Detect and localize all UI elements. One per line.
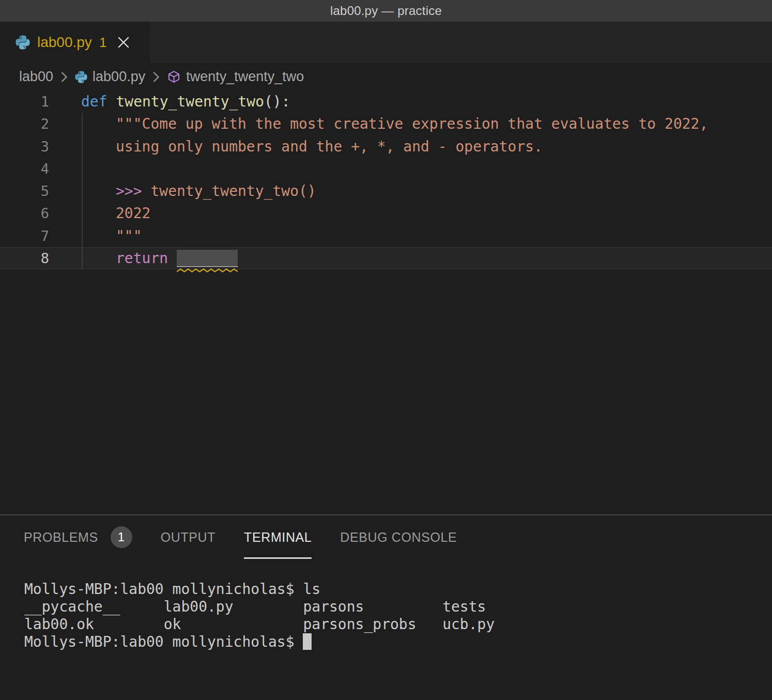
breadcrumb-symbol[interactable]: twenty_twenty_two [186, 69, 304, 85]
panel-tab-bar: PROBLEMS 1 OUTPUT TERMINAL DEBUG CONSOLE [0, 515, 772, 559]
code-text[interactable]: using only numbers and the +, *, and - o… [81, 135, 772, 158]
token-docstring: 2022 [116, 205, 150, 222]
token-function-name: twenty_twenty_two [116, 93, 264, 110]
code-line-5[interactable]: 5 >>> twenty_twenty_two() [0, 180, 772, 202]
line-number: 4 [0, 158, 49, 180]
python-icon [75, 71, 87, 83]
chevron-right-icon [60, 71, 68, 83]
token-docstring: using only numbers and the +, *, and - o… [116, 138, 543, 155]
line-number: 8 [0, 247, 49, 269]
terminal-line: __pycache__ lab00.py parsons tests [24, 598, 772, 616]
vscode-window: lab00.py — practice lab00.py 1 lab00 [0, 0, 772, 700]
token-keyword: def [81, 93, 116, 110]
terminal-prompt-line: Mollys-MBP:lab00 mollynicholas$ [24, 633, 772, 651]
code-text[interactable]: >>> twenty_twenty_two() [81, 180, 772, 202]
title-bar: lab00.py — practice [0, 0, 772, 22]
code-line-8[interactable]: 8 return _______ [0, 247, 772, 269]
selected-blank[interactable]: _______ [177, 247, 238, 269]
terminal-cursor [303, 633, 312, 650]
code-line-2[interactable]: 2 """Come up with the most creative expr… [0, 113, 772, 135]
code-line-4[interactable]: 4 [0, 158, 772, 180]
code-text[interactable]: """Come up with the most creative expres… [81, 113, 772, 135]
tab-terminal[interactable]: TERMINAL [244, 515, 312, 559]
terminal-line: lab00.ok ok parsons_probs ucb.py [24, 616, 772, 633]
breadcrumb: lab00 lab00.py twenty_twenty_two [0, 63, 772, 90]
code-text[interactable]: 2022 [81, 202, 772, 224]
code-line-6[interactable]: 6 2022 [0, 202, 772, 224]
token-keyword: return [116, 250, 177, 267]
warning-squiggle-icon [177, 268, 238, 272]
breadcrumb-file[interactable]: lab00.py [92, 69, 145, 85]
terminal-view[interactable]: Mollys-MBP:lab00 mollynicholas$ ls __pyc… [0, 559, 772, 651]
code-text[interactable]: def twenty_twenty_two(): [81, 90, 772, 113]
tab-problems[interactable]: PROBLEMS 1 [24, 515, 132, 559]
line-number: 6 [0, 202, 49, 224]
bottom-panel: PROBLEMS 1 OUTPUT TERMINAL DEBUG CONSOLE… [0, 514, 772, 700]
code-text[interactable]: return _______ [81, 247, 772, 269]
tab-debug-console[interactable]: DEBUG CONSOLE [340, 515, 457, 559]
code-line-3[interactable]: 3 using only numbers and the +, *, and -… [0, 135, 772, 158]
problems-count-badge: 1 [111, 526, 132, 548]
python-icon [16, 35, 30, 50]
close-icon[interactable] [117, 36, 130, 49]
breadcrumb-folder[interactable]: lab00 [19, 69, 53, 85]
code-editor[interactable]: 1 def twenty_twenty_two(): 2 """Come up … [0, 90, 772, 514]
token-punctuation: (): [264, 93, 290, 110]
code-line-1[interactable]: 1 def twenty_twenty_two(): [0, 90, 772, 113]
token-docstring: """Come up with the most creative expres… [116, 115, 708, 132]
token-doctest-prompt: >>> [116, 182, 150, 200]
code-text[interactable]: """ [81, 225, 772, 247]
window-title: lab00.py — practice [330, 4, 442, 18]
code-text[interactable] [81, 158, 772, 180]
tab-output[interactable]: OUTPUT [161, 515, 215, 559]
line-number: 2 [0, 113, 49, 135]
token-docstring: """ [116, 227, 142, 245]
tab-lab00-py[interactable]: lab00.py 1 [0, 22, 150, 63]
token-docstring: twenty_twenty_two() [150, 182, 316, 200]
symbol-namespace-icon [167, 70, 181, 84]
tab-filename: lab00.py [37, 34, 92, 51]
code-line-7[interactable]: 7 """ [0, 225, 772, 247]
terminal-prompt: Mollys-MBP:lab00 mollynicholas$ [24, 633, 303, 650]
chevron-right-icon [152, 71, 160, 83]
line-number: 3 [0, 135, 49, 158]
editor-tab-bar: lab00.py 1 [0, 22, 772, 63]
token-blank-underscores: _______ [177, 250, 238, 267]
tab-problem-count: 1 [99, 35, 106, 51]
line-number: 5 [0, 180, 49, 202]
line-number: 1 [0, 90, 49, 113]
line-number: 7 [0, 225, 49, 247]
terminal-line: Mollys-MBP:lab00 mollynicholas$ ls [24, 581, 772, 598]
